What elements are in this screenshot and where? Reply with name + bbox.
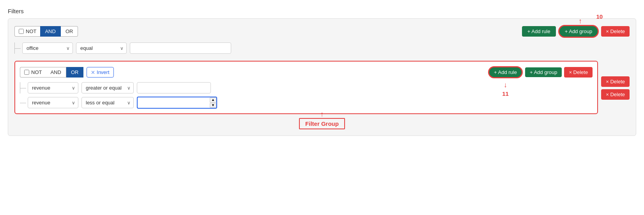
operator-select-wrapper-1: equal not equal contains [76,42,127,54]
inner-operator-select-wrapper-1: greater or equal less or equal equal [81,82,134,93]
inner-value-input-1[interactable]: 3000 [137,82,211,93]
spinner-btns: ▲ ▼ [210,97,216,108]
outer-rule-1-row: office revenue equal not equal contains … [14,42,630,54]
outer-not-label: NOT [26,28,36,34]
value-input-1[interactable]: CargoIntel Worldwide Mexico [130,42,231,54]
inner-group-area: NOT AND OR ⤫ Invert + Add rule ↓ 11 + [14,58,630,114]
inner-value-input-2[interactable]: 500 [137,97,217,109]
inner-field-select-wrapper-1: revenue office [28,82,78,93]
filter-group-label: Filter Group [299,118,345,129]
inner-not-label: NOT [31,69,42,75]
outer-not-btn[interactable]: NOT [14,26,40,37]
filters-container: NOT AND OR + Add rule + Add group 10 ↑ ×… [8,18,636,136]
horiz-line-inner-1 [20,88,26,88]
inner-group-box: NOT AND OR ⤫ Invert + Add rule ↓ 11 + [14,61,598,114]
inner-operator-select-1[interactable]: greater or equal less or equal equal [81,82,134,93]
inner-invert-btn[interactable]: ⤫ Invert [87,67,113,78]
field-select-wrapper-1: office revenue [22,42,73,54]
inner-value-input-2-wrapper: 500 ▲ ▼ [137,97,217,109]
filters-title: Filters [8,8,636,14]
inner-side-actions: × Delete × Delete [601,58,630,100]
inner-or-btn[interactable]: OR [66,67,84,78]
inner-operator-select-2[interactable]: less or equal greater or equal equal [81,97,134,108]
outer-add-group-btn[interactable]: + Add group [558,25,599,38]
filters-section: Filters NOT AND OR + Add rule + Add grou… [8,8,636,136]
outer-delete-btn[interactable]: × Delete [601,26,630,37]
outer-and-btn[interactable]: AND [40,26,60,37]
outer-not-checkbox[interactable] [19,29,24,34]
inner-logic-group: NOT AND OR ⤫ Invert [20,67,114,78]
spinner-up[interactable]: ▲ [210,97,216,103]
inner-add-group-btn[interactable]: + Add group [525,67,562,77]
outer-logic-group: NOT AND OR [14,26,78,37]
inner-field-select-1[interactable]: revenue office [28,82,78,93]
outer-toolbar-row: NOT AND OR + Add rule + Add group 10 ↑ ×… [14,25,630,38]
inner-group-toolbar: NOT AND OR ⤫ Invert + Add rule ↓ 11 + [20,66,593,78]
inner-delete-top-btn[interactable]: × Delete [564,67,593,78]
field-select-1[interactable]: office revenue [22,42,73,54]
inner-not-btn[interactable]: NOT [20,67,46,78]
inner-and-btn[interactable]: AND [46,67,66,78]
annotation-10: 10 [596,13,603,20]
inner-action-area: + Add rule ↓ 11 + Add group × Delete [488,66,593,78]
inner-not-checkbox[interactable] [24,70,29,75]
spinner-down[interactable]: ▼ [210,103,216,108]
inner-rule-2-row: revenue office less or equal greater or … [20,97,593,109]
outer-add-rule-btn[interactable]: + Add rule [522,26,556,37]
inner-field-select-wrapper-2: revenue office [28,97,78,108]
horiz-line-inner-2 [20,103,26,103]
inner-add-rule-btn[interactable]: + Add rule [488,66,523,78]
inner-field-select-2[interactable]: revenue office [28,97,78,108]
outer-add-group-wrapper: + Add group 10 ↑ [558,25,599,38]
operator-select-1[interactable]: equal not equal contains [76,42,127,54]
inner-add-rule-wrapper: + Add rule ↓ 11 [488,66,523,78]
inner-delete-rule2-btn[interactable]: × Delete [601,89,630,100]
filter-group-label-container: Filter Group [14,118,630,129]
inner-rule-1-row: revenue office greater or equal less or … [20,82,593,93]
inner-delete-rule1-btn[interactable]: × Delete [601,76,630,87]
inner-operator-select-wrapper-2: less or equal greater or equal equal [81,97,134,108]
horiz-line-outer [14,48,21,49]
outer-or-btn[interactable]: OR [61,26,78,37]
arrow-up-10: ↑ [579,17,582,25]
outer-action-area: + Add rule + Add group 10 ↑ × Delete [522,25,630,38]
